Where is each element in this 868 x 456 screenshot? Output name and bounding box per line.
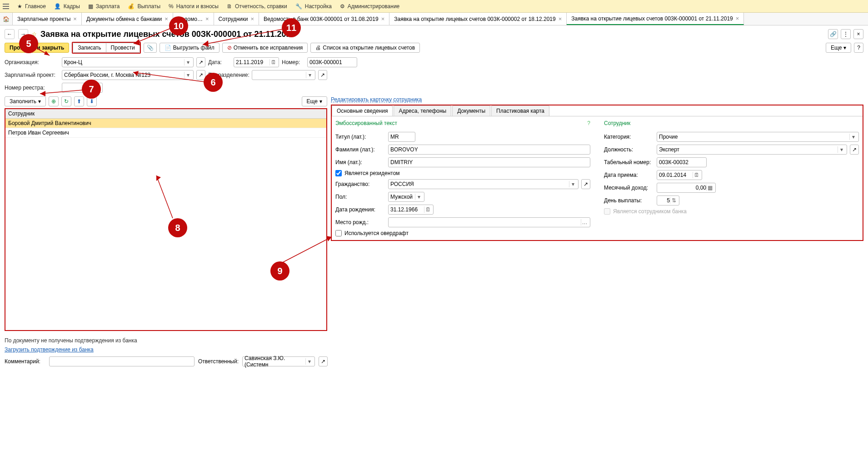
proj-input[interactable]: Сбербанк России, г. Москва №123▾ — [62, 70, 194, 80]
anno-badge-10: 10 — [169, 16, 188, 35]
close-icon[interactable]: × — [381, 15, 385, 22]
employees-table: Сотрудник Боровой Дмитрий Валентинович П… — [5, 108, 327, 331]
overdraft-checkbox[interactable] — [335, 230, 342, 236]
help-button[interactable]: ? — [854, 43, 863, 53]
den-input[interactable]: 5⇅ — [657, 195, 679, 205]
dob-input[interactable]: 31.12.1966🗓 — [388, 205, 434, 215]
hamburger-menu[interactable] — [3, 4, 9, 9]
app-top-menu: ★ Главное 👤 Кадры ▦ Зарплата 💰 Выплаты %… — [0, 0, 868, 13]
close-icon[interactable]: × — [736, 15, 739, 22]
zapisat-button[interactable]: Записать — [73, 43, 106, 53]
table-row[interactable]: Боровой Дмитрий Валентинович — [5, 119, 326, 128]
priem-input[interactable]: 09.01.2014🗓 — [657, 170, 702, 180]
vygruzit-button[interactable]: 📄 Выгрузить файл — [160, 43, 219, 53]
add-row-icon[interactable]: ⊕ — [49, 96, 59, 106]
org-input[interactable]: Крон-Ц▾ — [62, 57, 194, 67]
close-icon[interactable]: × — [559, 15, 562, 22]
nav-back-button[interactable]: ← — [5, 29, 15, 39]
otv-open-icon[interactable]: ↗ — [319, 356, 328, 366]
dropdown-icon[interactable]: ▾ — [184, 59, 191, 65]
ellipsis-icon[interactable]: … — [581, 219, 588, 225]
ptab-card[interactable]: Пластиковая карта — [491, 105, 549, 116]
dokhod-input[interactable]: 0,00▦ — [657, 183, 716, 193]
tab-4[interactable]: Ведомость в банк 00ЗК-000001 от 31.08.20… — [259, 13, 389, 25]
dropdown-icon[interactable]: ▾ — [849, 134, 857, 140]
spinner-icon[interactable]: ⇅ — [670, 197, 677, 204]
ptab-address[interactable]: Адреса, телефоны — [394, 105, 451, 116]
bankemp-label: Является сотрудником банка — [613, 208, 687, 215]
birthplace-input[interactable]: … — [388, 217, 590, 227]
grazh-open-icon[interactable]: ↗ — [581, 179, 590, 189]
imya-input[interactable]: DMITRIY — [388, 157, 590, 167]
podr-open-icon[interactable]: ↗ — [318, 70, 327, 80]
podr-input[interactable]: ▾ — [252, 70, 315, 80]
den-label: День выплаты: — [604, 197, 654, 204]
pol-input[interactable]: Мужской▾ — [388, 192, 424, 202]
num-input[interactable]: 00ЗК-000001 — [307, 57, 357, 67]
calendar-icon[interactable]: 🗓 — [424, 206, 431, 213]
calendar-icon[interactable]: 🗓 — [269, 59, 277, 65]
date-input[interactable]: 21.11.2019🗓 — [234, 57, 279, 67]
calendar-icon[interactable]: 🗓 — [693, 172, 700, 178]
attach-button[interactable]: 📎 — [144, 43, 157, 53]
close-icon[interactable]: × — [73, 15, 77, 22]
up-icon[interactable]: ⬆ — [74, 96, 84, 106]
num-label: Номер: — [282, 59, 304, 65]
menu-nalogi[interactable]: % Налоги и взносы — [169, 3, 219, 10]
otv-input[interactable]: Савинская З.Ю. (Системн▾ — [242, 356, 315, 366]
eshche-button[interactable]: Еще ▾ — [826, 43, 851, 53]
titul-input[interactable]: MR — [388, 132, 415, 142]
menu-main[interactable]: ★ Главное — [17, 3, 46, 10]
link-icon[interactable]: 🔗 — [828, 29, 838, 39]
dol-label: Должность: — [604, 146, 654, 153]
dropdown-icon[interactable]: ▾ — [838, 146, 845, 153]
tab-0[interactable]: Зарплатные проекты× — [13, 13, 82, 25]
table-header: Сотрудник — [5, 109, 326, 119]
menu-kadry[interactable]: 👤 Кадры — [54, 3, 80, 10]
tabnum-input[interactable]: 00ЗК-00032 — [657, 157, 707, 167]
menu-zarplata[interactable]: ▦ Зарплата — [88, 3, 120, 10]
menu-admin[interactable]: ⚙ Администрирование — [340, 3, 399, 10]
ptab-main[interactable]: Основные сведения — [332, 105, 393, 116]
dol-input[interactable]: Эксперт▾ — [657, 145, 847, 155]
imya-label: Имя (лат.): — [335, 159, 385, 165]
resident-checkbox[interactable] — [335, 170, 342, 176]
priem-label: Дата приема: — [604, 172, 654, 178]
refresh-icon[interactable]: ↻ — [61, 96, 71, 106]
menu-vyplaty[interactable]: 💰 Выплаты — [128, 3, 160, 10]
calc-icon[interactable]: ▦ — [706, 185, 713, 191]
table-eshche-button[interactable]: Еще ▾ — [302, 96, 327, 106]
close-page-icon[interactable]: × — [853, 29, 863, 39]
org-open-icon[interactable]: ↗ — [196, 57, 205, 67]
dropdown-icon[interactable]: ▾ — [415, 194, 422, 200]
menu-nastroika[interactable]: 🔧 Настройка — [295, 3, 332, 10]
grazh-input[interactable]: РОССИЯ▾ — [388, 179, 579, 189]
table-row[interactable]: Петров Иван Сергеевич — [5, 128, 326, 138]
tab-5[interactable]: Заявка на открытие лицевых счетов 00ЗК-0… — [389, 13, 567, 25]
close-icon[interactable]: × — [251, 15, 254, 22]
close-icon[interactable]: × — [165, 15, 168, 22]
home-tab[interactable]: 🏠 — [0, 13, 13, 25]
kat-input[interactable]: Прочие▾ — [657, 132, 859, 142]
edit-card-link[interactable]: Редактировать карточку сотрудника — [331, 96, 422, 103]
dropdown-icon[interactable]: ▾ — [306, 72, 313, 78]
dol-open-icon[interactable]: ↗ — [850, 145, 859, 155]
menu-otchet[interactable]: 🗎 Отчетность, справки — [227, 3, 287, 10]
tab-6[interactable]: Заявка на открытие лицевых счетов 00ЗК-0… — [567, 13, 744, 25]
tab-3[interactable]: Сотрудники× — [214, 13, 259, 25]
hint-icon[interactable]: ? — [587, 120, 590, 126]
fam-input[interactable]: BOROVOY — [388, 145, 590, 155]
spisok-button[interactable]: 🖨 Список на открытие лицевых счетов — [310, 43, 420, 53]
dropdown-icon[interactable]: ▾ — [305, 358, 313, 365]
provesti-button[interactable]: Провести — [106, 43, 140, 53]
load-confirm-link[interactable]: Загрузить подтверждение из банка — [5, 346, 863, 353]
otmenit-button[interactable]: ⊘ Отменить все исправления — [222, 43, 308, 53]
kebab-icon[interactable]: ⋮ — [841, 29, 851, 39]
ptab-docs[interactable]: Документы — [452, 105, 490, 116]
tab-1[interactable]: Документы обмена с банками× — [82, 13, 173, 25]
zapolnit-button[interactable]: Заполнить ▾ — [5, 96, 46, 106]
dropdown-icon[interactable]: ▾ — [569, 181, 576, 187]
close-icon[interactable]: × — [205, 15, 209, 22]
dropdown-icon[interactable]: ▾ — [184, 72, 191, 78]
komm-input[interactable] — [49, 356, 195, 366]
